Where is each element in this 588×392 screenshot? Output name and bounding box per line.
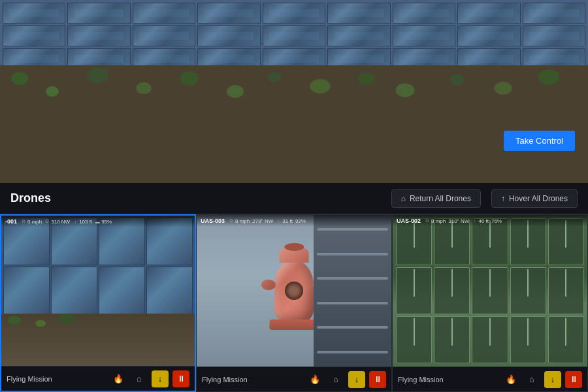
substation-item bbox=[396, 267, 432, 314]
altitude-indicator: ↑ 31 ft bbox=[276, 218, 293, 224]
battery-indicator: 92% bbox=[295, 218, 306, 224]
vegetation-area bbox=[1, 314, 195, 367]
solar-cell bbox=[523, 3, 585, 24]
mission-label-uas001: Flying Mission bbox=[7, 375, 106, 383]
drone-cards-grid: -001 ⊙ 0 mph ⊙ 310 NW ↑ 103 ft ▬ bbox=[0, 214, 588, 392]
substation-item bbox=[510, 316, 546, 363]
solar-cell bbox=[197, 3, 260, 24]
drone-hud-uas003: UAS-003 ⊙ 8 mph 278° NW ↑ 31 ft 92% bbox=[197, 215, 391, 227]
hydrant-scene bbox=[197, 215, 391, 367]
structure-panel bbox=[314, 215, 391, 367]
drone-card-uas002[interactable]: UAS-002 ⊙ 8 mph 310° NW ↑ 46 ft 76% bbox=[392, 214, 588, 392]
drone-footer-uas003: Flying Mission 🔥 ⌂ ↓ ⏸ bbox=[197, 367, 391, 391]
hover-icon: ↑ bbox=[501, 194, 505, 203]
hydrant-assembly bbox=[274, 260, 314, 322]
altitude-indicator: ↑ 103 ft bbox=[73, 219, 92, 225]
solar-cell bbox=[197, 25, 260, 46]
flame-button-uas003[interactable]: 🔥 bbox=[306, 371, 323, 388]
heading-indicator: 278° NW bbox=[252, 218, 273, 224]
altitude-icon: ↑ bbox=[472, 218, 477, 223]
aerial-view: Take Control bbox=[0, 0, 588, 189]
drone-card-uas001[interactable]: -001 ⊙ 0 mph ⊙ 310 NW ↑ 103 ft ▬ bbox=[0, 214, 196, 392]
solar-cell bbox=[327, 25, 390, 46]
speed-indicator: ⊙ 8 mph bbox=[425, 218, 446, 224]
substation-item bbox=[548, 267, 584, 314]
drone-feed-uas001: -001 ⊙ 0 mph ⊙ 310 NW ↑ 103 ft ▬ bbox=[1, 216, 195, 366]
solar-cell bbox=[133, 3, 195, 24]
substation-item bbox=[548, 316, 584, 363]
drone-hud-uas001: -001 ⊙ 0 mph ⊙ 310 NW ↑ 103 ft ▬ bbox=[1, 216, 195, 227]
stop-button-uas003[interactable]: ⏸ bbox=[369, 371, 386, 388]
hover-all-drones-button[interactable]: ↑ Hover All Drones bbox=[491, 189, 578, 208]
solar-panels-background bbox=[0, 0, 588, 72]
solar-panel-cell bbox=[51, 267, 97, 314]
home-button-uas001[interactable]: ⌂ bbox=[131, 370, 148, 387]
substation-item bbox=[472, 316, 508, 363]
drone-card-uas003[interactable]: UAS-003 ⊙ 8 mph 278° NW ↑ 31 ft 92% bbox=[196, 214, 392, 392]
altitude-icon: ↑ bbox=[276, 218, 281, 223]
structure-bar bbox=[317, 277, 388, 280]
substation-item bbox=[434, 316, 470, 363]
stop-button-uas001[interactable]: ⏸ bbox=[172, 370, 189, 387]
solar-cell bbox=[263, 3, 325, 24]
speed-icon: ⊙ bbox=[229, 218, 234, 223]
substation-item bbox=[434, 267, 470, 314]
drone-footer-uas001: Flying Mission 🔥 ⌂ ↓ ⏸ bbox=[1, 366, 195, 391]
solar-cell bbox=[133, 25, 195, 46]
structure-bar bbox=[317, 228, 388, 231]
solar-panel-cell bbox=[146, 267, 193, 314]
drone-panel: Drones ⌂ Return All Drones ↑ Hover All D… bbox=[0, 183, 588, 392]
drone-feed-uas003: UAS-003 ⊙ 8 mph 278° NW ↑ 31 ft 92% bbox=[197, 215, 391, 367]
home-button-uas002[interactable]: ⌂ bbox=[523, 371, 540, 388]
solar-panel-cell bbox=[3, 267, 50, 314]
solar-cell bbox=[393, 25, 455, 46]
solar-panel-cell bbox=[99, 267, 145, 314]
compass-icon: ⊙ bbox=[44, 219, 50, 224]
solar-cell bbox=[263, 25, 325, 46]
speed-indicator: ⊙ 8 mph bbox=[229, 218, 250, 224]
altitude-icon: ↑ bbox=[73, 219, 78, 224]
solar-cell bbox=[457, 3, 520, 24]
solar-cell bbox=[67, 3, 130, 24]
download-button-uas001[interactable]: ↓ bbox=[152, 370, 169, 387]
solar-cell bbox=[67, 25, 130, 46]
vegetation-background bbox=[0, 65, 588, 189]
hydrant-base bbox=[270, 319, 319, 330]
take-control-button[interactable]: Take Control bbox=[504, 131, 575, 151]
home-icon: ⌂ bbox=[401, 194, 406, 203]
solar-cell bbox=[393, 3, 455, 24]
download-button-uas003[interactable]: ↓ bbox=[348, 371, 365, 388]
hydrant-bolt bbox=[285, 282, 303, 300]
mission-label-uas002: Flying Mission bbox=[398, 376, 498, 384]
speed-indicator: ⊙ 0 mph bbox=[21, 219, 42, 225]
hydrant-cap bbox=[284, 243, 304, 251]
substation-item bbox=[472, 267, 508, 314]
download-button-uas002[interactable]: ↓ bbox=[544, 371, 561, 388]
hover-all-label: Hover All Drones bbox=[509, 194, 568, 203]
drone-id: UAS-003 bbox=[201, 218, 225, 224]
solar-cell bbox=[3, 3, 65, 24]
mission-label-uas003: Flying Mission bbox=[202, 376, 302, 384]
battery-icon: ▬ bbox=[95, 219, 100, 224]
battery-indicator: 76% bbox=[491, 218, 502, 224]
hydrant-top bbox=[280, 248, 309, 263]
altitude-indicator: ↑ 46 ft bbox=[472, 218, 489, 224]
drone-id: UAS-002 bbox=[397, 218, 421, 224]
battery-indicator: ▬ 95% bbox=[95, 219, 112, 225]
structure-bar bbox=[317, 351, 388, 353]
solar-cell bbox=[3, 25, 65, 46]
flame-button-uas001[interactable]: 🔥 bbox=[110, 370, 127, 387]
solar-cell bbox=[523, 25, 585, 46]
drone-id: -001 bbox=[5, 218, 17, 225]
home-button-uas003[interactable]: ⌂ bbox=[327, 371, 344, 388]
solar-cell bbox=[327, 3, 390, 24]
hydrant-body bbox=[274, 260, 314, 322]
heading-indicator: ⊙ 310 NW bbox=[44, 219, 70, 225]
return-all-drones-button[interactable]: ⌂ Return All Drones bbox=[391, 189, 481, 208]
stop-button-uas002[interactable]: ⏸ bbox=[565, 371, 582, 388]
speed-icon: ⊙ bbox=[21, 219, 26, 224]
substation-item bbox=[510, 267, 546, 314]
structure-bar bbox=[317, 253, 388, 255]
heading-indicator: 310° NW bbox=[448, 218, 469, 224]
flame-button-uas002[interactable]: 🔥 bbox=[502, 371, 519, 388]
